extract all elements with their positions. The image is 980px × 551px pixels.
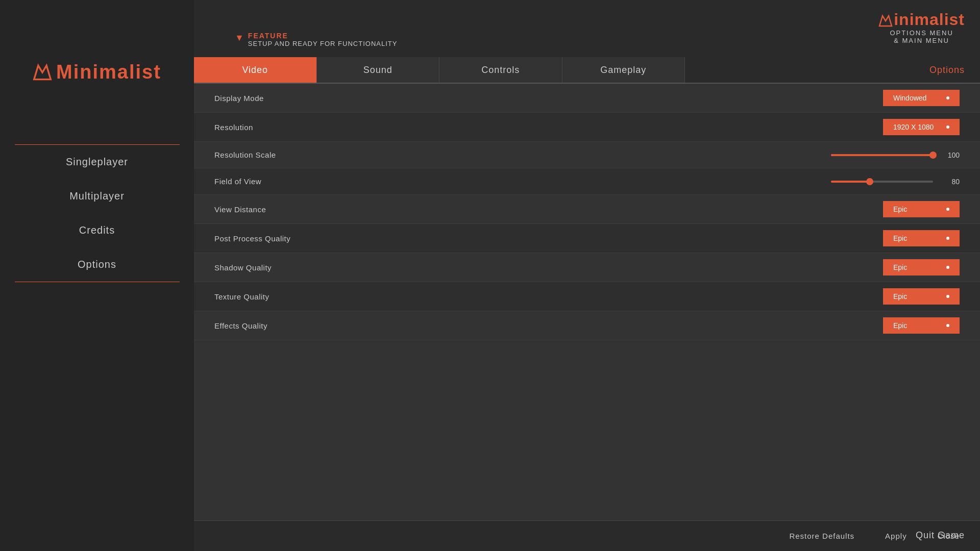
bottom-bar: Restore Defaults Apply Close <box>194 520 980 551</box>
main-content: Video Sound Controls Gameplay Options Di… <box>194 0 980 551</box>
setting-control-post-process: Epic <box>883 230 960 246</box>
setting-row-resolution-scale: Resolution Scale 100 <box>194 142 980 168</box>
post-process-dot <box>946 237 949 240</box>
view-distance-dot <box>946 208 949 211</box>
display-mode-value: Windowed <box>893 94 926 102</box>
view-distance-value: Epic <box>893 205 907 213</box>
quit-game-button[interactable]: Quit Game <box>916 530 965 541</box>
tab-spacer <box>685 57 929 83</box>
resolution-scale-thumb[interactable] <box>929 152 937 159</box>
setting-label-texture-quality: Texture Quality <box>214 292 270 301</box>
effects-quality-dot <box>946 324 949 327</box>
tab-controls[interactable]: Controls <box>439 57 562 83</box>
shadow-quality-dot <box>946 266 949 269</box>
setting-control-effects-quality: Epic <box>883 317 960 334</box>
setting-control-fov: 80 <box>831 178 960 186</box>
effects-quality-dropdown[interactable]: Epic <box>883 317 960 334</box>
resolution-dot <box>946 126 949 129</box>
setting-label-resolution-scale: Resolution Scale <box>214 151 276 159</box>
fov-value: 80 <box>939 178 960 186</box>
post-process-value: Epic <box>893 234 907 242</box>
svg-marker-1 <box>34 65 51 79</box>
texture-quality-value: Epic <box>893 292 907 300</box>
view-distance-dropdown[interactable]: Epic <box>883 201 960 217</box>
sidebar-divider-bottom <box>15 282 180 282</box>
setting-row-view-distance: View Distance Epic <box>194 195 980 224</box>
setting-row-post-process: Post Process Quality Epic <box>194 224 980 253</box>
effects-quality-value: Epic <box>893 321 907 330</box>
setting-row-display-mode: Display Mode Windowed <box>194 84 980 113</box>
sidebar-item-singleplayer[interactable]: Singleplayer <box>15 145 180 179</box>
setting-control-shadow-quality: Epic <box>883 259 960 276</box>
sidebar-logo-icon <box>33 63 52 82</box>
setting-label-view-distance: View Distance <box>214 205 266 214</box>
setting-label-display-mode: Display Mode <box>214 94 264 103</box>
setting-label-shadow-quality: Shadow Quality <box>214 263 272 272</box>
setting-control-resolution: 1920 X 1080 <box>883 119 960 135</box>
resolution-scale-value: 100 <box>939 151 960 159</box>
resolution-scale-fill <box>831 154 933 156</box>
setting-row-resolution: Resolution 1920 X 1080 <box>194 113 980 142</box>
resolution-scale-track[interactable] <box>831 154 933 156</box>
tab-sound[interactable]: Sound <box>317 57 440 83</box>
sidebar-item-credits[interactable]: Credits <box>15 213 180 247</box>
sidebar: Minimalist Singleplayer Multiplayer Cred… <box>0 0 194 551</box>
tab-options-right: Options <box>929 57 980 83</box>
setting-control-resolution-scale: 100 <box>831 151 960 159</box>
resolution-dropdown[interactable]: 1920 X 1080 <box>883 119 960 135</box>
sidebar-item-multiplayer[interactable]: Multiplayer <box>15 179 180 213</box>
setting-row-shadow-quality: Shadow Quality Epic <box>194 253 980 282</box>
restore-defaults-button[interactable]: Restore Defaults <box>789 532 854 540</box>
fov-thumb[interactable] <box>866 178 873 185</box>
setting-label-effects-quality: Effects Quality <box>214 321 267 330</box>
texture-quality-dot <box>946 295 949 298</box>
setting-label-post-process: Post Process Quality <box>214 234 290 243</box>
settings-panel: Display Mode Windowed Resolution 1920 X … <box>194 84 980 551</box>
apply-button[interactable]: Apply <box>885 532 907 540</box>
shadow-quality-value: Epic <box>893 263 907 271</box>
setting-row-texture-quality: Texture Quality Epic <box>194 282 980 311</box>
setting-label-resolution: Resolution <box>214 123 253 132</box>
sidebar-item-options[interactable]: Options <box>15 247 180 282</box>
setting-control-display-mode: Windowed <box>883 90 960 106</box>
sidebar-logo: Minimalist <box>33 61 161 83</box>
texture-quality-dropdown[interactable]: Epic <box>883 288 960 305</box>
setting-control-view-distance: Epic <box>883 201 960 217</box>
setting-label-fov: Field of View <box>214 177 261 186</box>
tab-video[interactable]: Video <box>194 57 317 83</box>
post-process-dropdown[interactable]: Epic <box>883 230 960 246</box>
resolution-value: 1920 X 1080 <box>893 123 934 131</box>
sidebar-logo-text: Minimalist <box>56 61 161 83</box>
fov-fill <box>831 181 870 183</box>
fov-track[interactable] <box>831 181 933 183</box>
setting-control-texture-quality: Epic <box>883 288 960 305</box>
options-label[interactable]: Options <box>929 65 965 76</box>
setting-row-effects-quality: Effects Quality Epic <box>194 311 980 340</box>
display-mode-dot <box>946 96 949 99</box>
tab-bar: Video Sound Controls Gameplay Options <box>194 57 980 84</box>
setting-row-fov: Field of View 80 <box>194 168 980 195</box>
shadow-quality-dropdown[interactable]: Epic <box>883 259 960 276</box>
tab-gameplay[interactable]: Gameplay <box>562 57 685 83</box>
sidebar-nav: Singleplayer Multiplayer Credits Options <box>15 145 180 282</box>
display-mode-dropdown[interactable]: Windowed <box>883 90 960 106</box>
